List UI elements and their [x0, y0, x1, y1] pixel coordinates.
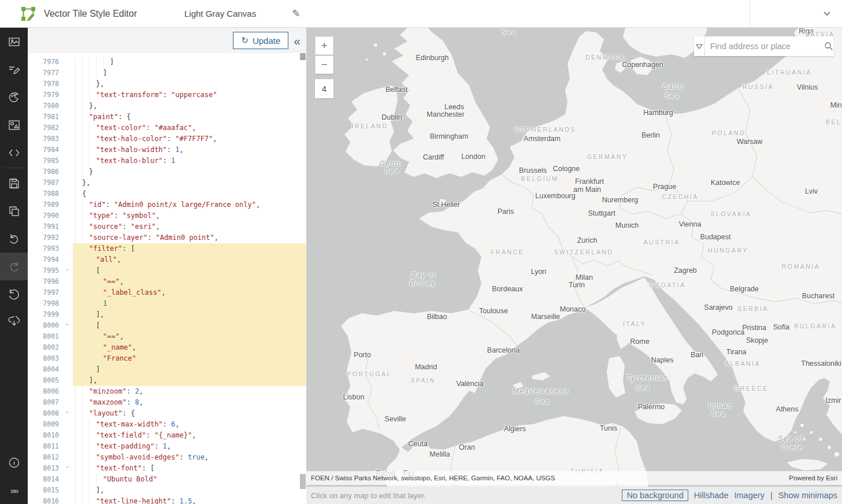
code-text: "text-max-width": 6,: [73, 419, 306, 430]
code-line[interactable]: 7991"source": "esri",: [28, 221, 306, 232]
code-line[interactable]: 7997"_label_class",: [28, 287, 306, 298]
sprite-icon: [8, 119, 20, 131]
toolbar-edit-by-color-button[interactable]: [0, 83, 28, 111]
code-text: "maxzoom": 8,: [73, 397, 306, 408]
scrollbar-thumb[interactable]: [300, 474, 306, 489]
line-number: 7976: [28, 57, 62, 68]
code-line[interactable]: 8011"text-padding": 1,: [28, 441, 306, 452]
app-logo-icon: [20, 5, 37, 23]
code-line[interactable]: 7990"type": "symbol",: [28, 210, 306, 221]
toolbar-quick-edit-button[interactable]: [0, 55, 28, 83]
search-input[interactable]: [705, 36, 824, 56]
zoom-out-button[interactable]: −: [315, 55, 333, 74]
code-line[interactable]: 8008›"layout": {: [28, 408, 306, 419]
code-line[interactable]: 7988{: [28, 188, 306, 199]
line-number: 7985: [28, 155, 62, 166]
reset-icon: [8, 288, 20, 301]
fold-chevron-icon[interactable]: ›: [62, 463, 73, 474]
fold-column: [62, 474, 73, 485]
line-number: 7980: [28, 101, 62, 112]
code-line[interactable]: 7981"paint": {: [28, 112, 306, 123]
toolbar-save-as-button[interactable]: [0, 197, 28, 225]
collapse-panel-icon[interactable]: «: [294, 35, 301, 47]
line-number: 8002: [28, 342, 62, 353]
code-area[interactable]: 7976]7977]7978},7979"text-transform": "u…: [28, 53, 306, 504]
code-line[interactable]: 7994"all",: [28, 254, 306, 265]
code-line[interactable]: 7993"filter": [: [28, 243, 306, 254]
account-chevron-down-icon[interactable]: [823, 10, 831, 16]
toolbar-code-button[interactable]: [0, 139, 28, 166]
code-line[interactable]: 8003"France": [28, 353, 306, 364]
code-line[interactable]: 7986}: [28, 166, 306, 177]
toolbar-undo-button[interactable]: [0, 225, 28, 253]
toolbar-info-button[interactable]: [0, 449, 28, 476]
toolbar-save-button[interactable]: [0, 169, 28, 197]
background-option-no-background[interactable]: No background: [622, 490, 688, 501]
code-line[interactable]: 8016"text-line-height": 1.5,: [28, 496, 306, 504]
code-line[interactable]: 8013›"text-font": [: [28, 463, 306, 474]
code-text: },: [73, 177, 306, 188]
fold-column: [62, 177, 73, 188]
toolbar-export-button[interactable]: [0, 308, 28, 336]
footer-separator: |: [770, 491, 773, 500]
fold-chevron-icon[interactable]: ›: [62, 265, 73, 276]
code-line[interactable]: 7989"id": "Admin0 point/x large/France o…: [28, 199, 306, 210]
code-line[interactable]: 8009"text-max-width": 6,: [28, 419, 306, 430]
line-number: 8011: [28, 441, 62, 452]
code-line[interactable]: 8005],: [28, 375, 306, 386]
code-text: "text-transform": "uppercase": [73, 90, 306, 101]
duplicate-icon: [8, 205, 20, 217]
search-button[interactable]: [824, 36, 834, 56]
zoom-in-button[interactable]: +: [315, 36, 333, 55]
code-line[interactable]: 7978},: [28, 79, 306, 90]
code-line[interactable]: 8007"maxzoom": 8,: [28, 397, 306, 408]
code-line[interactable]: 7985"text-halo-blur": 1: [28, 155, 306, 166]
toolbar-expand-button[interactable]: »»: [0, 476, 28, 504]
line-number: 7991: [28, 221, 62, 232]
code-line[interactable]: 79981: [28, 298, 306, 309]
edit-style-name-icon[interactable]: ✎: [292, 8, 300, 20]
code-line[interactable]: 8006"minzoom": 2,: [28, 386, 306, 397]
code-line[interactable]: 7995›[: [28, 265, 306, 276]
code-line[interactable]: 7999],: [28, 309, 306, 320]
code-line[interactable]: 8002"_name",: [28, 342, 306, 353]
code-line[interactable]: 7982"text-color": "#aaafac",: [28, 123, 306, 134]
toolbar-sprites-button[interactable]: [0, 111, 28, 139]
zoom-controls: + − 4: [315, 36, 333, 98]
fold-chevron-icon[interactable]: ›: [62, 320, 73, 331]
line-number: 7984: [28, 144, 62, 155]
code-line[interactable]: 7992"source-layer": "Admin0 point",: [28, 232, 306, 243]
basemap-graphic: [306, 28, 842, 487]
editor-scrollbar[interactable]: [299, 53, 306, 504]
search-dropdown-button[interactable]: [694, 36, 705, 56]
background-option-imagery[interactable]: Imagery: [734, 491, 764, 500]
code-line[interactable]: 8014"Ubuntu Bold": [28, 474, 306, 485]
search-box: [694, 36, 834, 56]
code-line[interactable]: 7977]: [28, 68, 306, 79]
background-option-hillshade[interactable]: Hillshade: [694, 491, 729, 500]
show-minimaps-toggle[interactable]: Show minimaps: [778, 491, 837, 500]
code-line[interactable]: 7983"text-halo-color": "#F7F7F7",: [28, 134, 306, 144]
code-line[interactable]: 7987},: [28, 177, 306, 188]
code-text: ],: [73, 485, 306, 496]
fold-chevron-icon[interactable]: ›: [62, 408, 73, 419]
code-line[interactable]: 7984"text-halo-width": 1,: [28, 144, 306, 155]
fold-column: [62, 452, 73, 463]
code-line[interactable]: 8001"==",: [28, 331, 306, 342]
code-line[interactable]: 8012"symbol-avoid-edges": true,: [28, 452, 306, 463]
code-line[interactable]: 8000›[: [28, 320, 306, 331]
code-line[interactable]: 7996"==",: [28, 276, 306, 287]
line-number: 7996: [28, 276, 62, 287]
code-line[interactable]: 7979"text-transform": "uppercase": [28, 90, 306, 101]
redo-icon: [8, 261, 20, 273]
toolbar-layer-styles-button[interactable]: [0, 28, 28, 55]
update-button[interactable]: ↻ Update: [233, 32, 288, 49]
code-line[interactable]: 8010"text-field": "{_name}",: [28, 430, 306, 441]
line-number: 8007: [28, 397, 62, 408]
code-line[interactable]: 7976]: [28, 57, 306, 68]
map-view[interactable]: SeaRigaLATVIAEdinburghDENMARKCopenhagenL…: [306, 28, 842, 487]
toolbar-revert-button[interactable]: [0, 280, 28, 308]
code-line[interactable]: 8015],: [28, 485, 306, 496]
code-line[interactable]: 8004]: [28, 364, 306, 375]
code-line[interactable]: 7980},: [28, 101, 306, 112]
